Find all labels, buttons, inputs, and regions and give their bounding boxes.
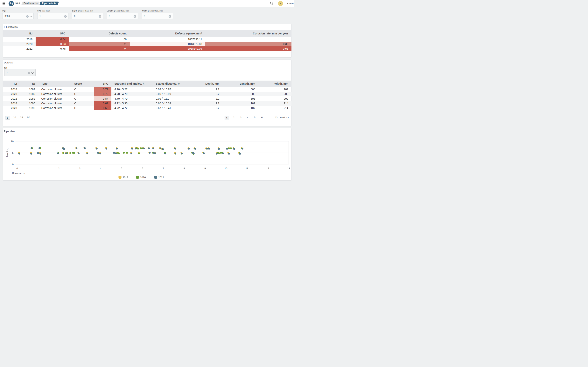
svg-text:5: 5 — [12, 151, 13, 154]
svg-text:Position, h: Position, h — [6, 146, 9, 157]
svg-text:0: 0 — [16, 167, 18, 170]
svg-text:5: 5 — [121, 167, 122, 170]
svg-text:8: 8 — [183, 167, 185, 170]
svg-text:10: 10 — [11, 140, 13, 143]
svg-text:13: 13 — [287, 167, 290, 170]
svg-text:2: 2 — [58, 167, 59, 170]
svg-text:4: 4 — [100, 167, 101, 170]
svg-text:10: 10 — [224, 167, 227, 170]
svg-text:6: 6 — [142, 167, 143, 170]
svg-text:7: 7 — [162, 167, 164, 170]
svg-text:0: 0 — [12, 163, 13, 166]
svg-text:2020: 2020 — [140, 176, 146, 179]
svg-text:Distance, m: Distance, m — [12, 172, 25, 175]
svg-text:11: 11 — [245, 167, 248, 170]
svg-text:2022: 2022 — [158, 176, 164, 179]
svg-text:12: 12 — [266, 167, 269, 170]
svg-text:3: 3 — [79, 167, 80, 170]
svg-text:2018: 2018 — [122, 176, 128, 179]
svg-text:1: 1 — [37, 167, 39, 170]
svg-text:9: 9 — [204, 167, 206, 170]
